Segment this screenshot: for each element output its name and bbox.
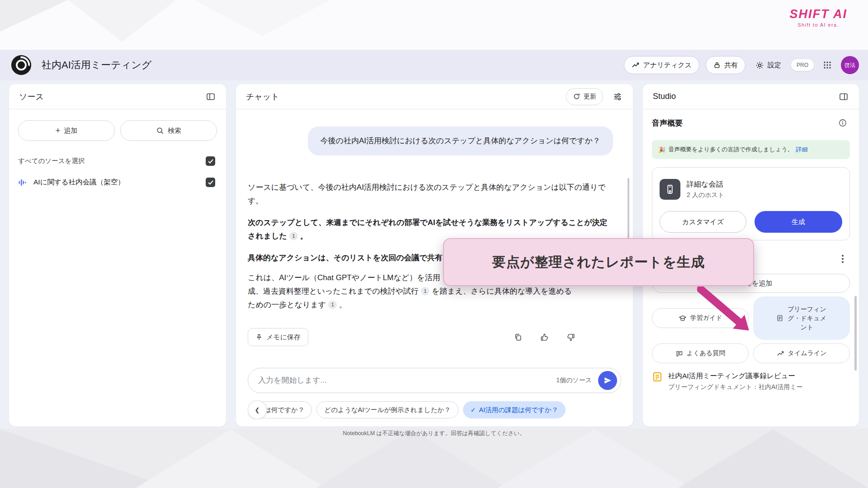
thumbs-up-button[interactable] xyxy=(537,330,552,344)
audio-overview-info-button[interactable] xyxy=(835,116,850,130)
select-all-checkbox[interactable] xyxy=(206,156,215,166)
suggested-questions: ❮ は何ですか？ どのようなAIツールが例示されましたか？ ✓AI活用の課題は何… xyxy=(248,400,621,419)
save-to-note-button[interactable]: メモに保存 xyxy=(248,328,308,346)
apps-grid-button[interactable] xyxy=(820,58,835,72)
kebab-menu-icon xyxy=(841,254,844,263)
notebook-title[interactable]: 社内AI活用ミーティング xyxy=(42,58,151,72)
sources-panel-body: + 追加 検索 すべてのソースを選択 xyxy=(9,109,226,198)
customize-button[interactable]: カスタマイズ xyxy=(660,211,746,233)
annotation-callout: 要点が整理されたレポートを生成 xyxy=(443,238,754,286)
check-icon: ✓ xyxy=(471,406,476,413)
studio-panel-title: Studio xyxy=(653,92,676,101)
info-icon xyxy=(839,119,847,127)
chat-input-box: 1個のソース xyxy=(248,368,621,393)
user-avatar[interactable]: 啓法 xyxy=(841,56,859,74)
citation-chip[interactable]: 1 xyxy=(328,300,337,309)
sources-panel: ソース + 追加 検索 すべてのソースを選択 xyxy=(9,84,226,427)
select-all-sources-label: すべてのソースを選択 xyxy=(18,157,85,165)
analytics-button[interactable]: アナリティクス xyxy=(624,56,699,74)
discover-sources-button[interactable]: 検索 xyxy=(120,120,217,141)
discover-sources-label: 検索 xyxy=(168,127,181,135)
app-header: 社内AI活用ミーティング アナリティクス 共有 設定 PRO xyxy=(0,50,868,80)
search-icon xyxy=(156,127,164,135)
collapse-sources-panel-button[interactable] xyxy=(203,89,218,104)
audio-waveform-icon xyxy=(18,178,27,187)
audio-overview-title: 音声概要 xyxy=(652,118,683,128)
pattern-triangle xyxy=(136,429,326,488)
send-button[interactable] xyxy=(598,371,617,390)
timeline-icon xyxy=(777,350,784,357)
chips-scroll-left-button[interactable]: ❮ xyxy=(248,400,267,419)
notebooklm-page: SHIFT AI Shift to AI era. 社内AI活用ミーティング ア… xyxy=(0,0,868,488)
chat-messages: 今後の社内AI活用検討における次のステップと具体的なアクションは何ですか？ ソー… xyxy=(236,109,633,363)
thumbs-down-button[interactable] xyxy=(563,330,578,344)
pattern-triangle xyxy=(0,429,172,488)
share-button[interactable]: 共有 xyxy=(706,56,745,74)
source-item-checkbox[interactable] xyxy=(206,178,215,187)
studio-scrollbar[interactable] xyxy=(854,296,857,371)
save-to-note-label: メモに保存 xyxy=(266,333,301,342)
share-label: 共有 xyxy=(724,61,738,70)
shiftai-tagline: Shift to AI era. xyxy=(790,22,848,28)
apps-grid-icon xyxy=(823,61,831,69)
pin-icon xyxy=(255,333,263,341)
note-item-title: 社内AI活用ミーティング議事録レビュー xyxy=(668,371,803,381)
citation-chip[interactable]: 1 xyxy=(421,287,429,296)
analytics-label: アナリティクス xyxy=(643,61,692,70)
source-item-label: AIに関する社内会議（架空） xyxy=(33,178,206,187)
language-banner-link[interactable]: 詳細 xyxy=(796,145,808,154)
studio-panel-header: Studio xyxy=(643,84,859,109)
send-icon xyxy=(604,376,612,385)
plus-icon: + xyxy=(55,126,60,136)
generate-button[interactable]: 生成 xyxy=(755,211,842,233)
check-icon xyxy=(208,179,214,186)
lock-icon xyxy=(713,61,721,69)
chat-settings-button[interactable] xyxy=(610,89,625,104)
refresh-chat-button[interactable]: 更新 xyxy=(566,88,603,105)
timeline-button[interactable]: タイムライン xyxy=(753,343,850,363)
thumbs-down-icon xyxy=(566,333,575,342)
check-icon xyxy=(208,158,214,164)
language-banner-text: 音声概要をより多くの言語で作成しましょう。 xyxy=(668,145,793,154)
gear-icon xyxy=(755,61,764,70)
copy-button[interactable] xyxy=(511,330,525,344)
suggestion-chip[interactable]: どのようなAIツールが例示されましたか？ xyxy=(316,401,458,418)
pattern-triangle xyxy=(316,429,506,488)
collapse-studio-panel-button[interactable] xyxy=(836,89,851,104)
briefing-document-button[interactable]: ブリーフィング・ドキュメント xyxy=(753,296,850,340)
settings-button[interactable]: 設定 xyxy=(752,56,785,74)
source-count-label: 1個のソース xyxy=(556,376,592,385)
answer-actions-row: メモに保存 xyxy=(248,328,618,346)
graduation-cap-icon xyxy=(679,314,687,322)
party-icon: 🎉 xyxy=(658,146,665,153)
add-source-button[interactable]: + 追加 xyxy=(18,120,115,141)
chat-panel-title: チャット xyxy=(246,91,279,102)
source-list-item[interactable]: AIに関する社内会議（架空） xyxy=(18,178,217,187)
shiftai-logo: SHIFT AI Shift to AI era. xyxy=(790,7,848,28)
disclaimer-text: NotebookLM は不正確な場合があります。回答は再確認してください。 xyxy=(0,430,868,437)
trending-up-icon xyxy=(632,61,640,69)
chevron-left-icon: ❮ xyxy=(255,407,260,413)
shiftai-logo-text: SHIFT AI xyxy=(790,7,848,21)
tune-icon xyxy=(613,92,622,101)
faq-card-icon xyxy=(675,350,683,357)
sources-panel-header: ソース xyxy=(9,84,226,109)
annotation-text: 要点が整理されたレポートを生成 xyxy=(492,253,705,272)
chat-input[interactable] xyxy=(258,376,550,385)
pattern-triangle xyxy=(678,429,868,488)
faq-button[interactable]: よくある質問 xyxy=(652,343,749,363)
conversation-card-subtitle: 2 人のホスト xyxy=(687,191,724,199)
notebooklm-logo-icon[interactable] xyxy=(11,55,32,75)
conversation-card-title: 詳細な会話 xyxy=(687,180,724,189)
refresh-icon xyxy=(573,93,580,100)
citation-chip[interactable]: 1 xyxy=(289,232,298,240)
audio-overview-card: 詳細な会話 2 人のホスト カスタマイズ 生成 xyxy=(652,167,850,240)
pro-badge: PRO xyxy=(791,59,814,71)
pattern-triangle xyxy=(497,429,692,488)
add-source-label: 追加 xyxy=(64,127,78,135)
notes-menu-button[interactable] xyxy=(835,252,850,266)
suggestion-chip-selected[interactable]: ✓AI活用の課題は何ですか？ xyxy=(463,401,566,418)
note-item-subtitle: ブリーフィングドキュメント：社内AI活用ミー xyxy=(668,383,803,391)
note-list-item[interactable]: 社内AI活用ミーティング議事録レビュー ブリーフィングドキュメント：社内AI活用… xyxy=(652,371,850,391)
chat-input-area: 1個のソース ❮ は何ですか？ どのようなAIツールが例示されましたか？ ✓AI… xyxy=(236,363,633,427)
